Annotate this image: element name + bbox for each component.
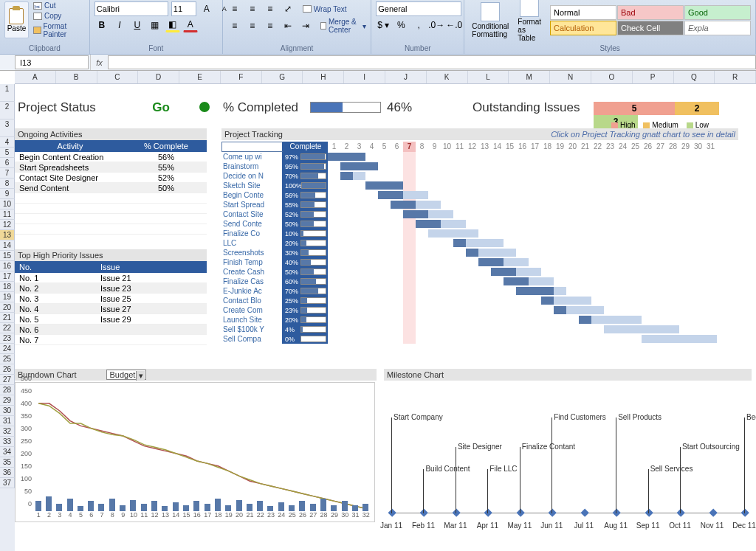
gantt-row[interactable]: Start Spread55% [221, 200, 738, 209]
row-header[interactable]: 33 [0, 437, 15, 447]
row-header[interactable]: 31 [0, 416, 15, 426]
col-header[interactable]: E [179, 71, 221, 83]
fill-color-button[interactable]: ◧ [165, 18, 180, 32]
indent-dec-button[interactable]: ⇤ [281, 18, 295, 33]
row-header[interactable]: 1 [0, 84, 15, 102]
orientation-button[interactable]: ⤢ [281, 1, 295, 16]
indent-inc-button[interactable]: ⇥ [298, 18, 313, 33]
row-header[interactable]: 36 [0, 468, 15, 478]
row-header[interactable]: 25 [0, 354, 15, 364]
row-header[interactable]: 29 [0, 395, 15, 406]
burndown-chart[interactable]: 050100150200250300350400450500 123456789… [15, 382, 375, 522]
gantt-row[interactable]: Contact Site52% [221, 209, 738, 219]
style-normal[interactable]: Normal [550, 5, 616, 20]
col-header[interactable]: B [56, 71, 97, 83]
worksheet[interactable]: ABCDEFGHIJKLMNOPQR 123456789101112131415… [0, 71, 756, 84]
row-header[interactable]: 34 [0, 447, 15, 457]
table-row[interactable]: No. 5Issue 29 [15, 314, 207, 325]
row-header[interactable]: 6 [0, 158, 15, 168]
gantt-row[interactable]: Finish Temp40% [221, 257, 738, 267]
style-good[interactable]: Good [684, 5, 751, 20]
row-header[interactable]: 4 [0, 137, 15, 148]
row-header[interactable]: 9 [0, 189, 15, 199]
row-header[interactable]: 5 [0, 148, 15, 158]
gantt-row[interactable]: Contact Blo25% [221, 296, 738, 305]
milestone-chart[interactable]: Jan 11Feb 11Mar 11Apr 11May 11Jun 11Jul … [384, 381, 752, 534]
row-header[interactable]: 19 [0, 292, 15, 302]
gantt-row[interactable]: Sell Compa0% [221, 334, 738, 344]
row-header[interactable]: 26 [0, 364, 15, 375]
row-header[interactable]: 8 [0, 179, 15, 189]
row-header[interactable]: 18 [0, 282, 15, 292]
table-row[interactable]: Start Spreadsheets55% [15, 162, 207, 173]
paste-button[interactable]: Paste [4, 1, 29, 38]
gantt-row[interactable]: Decide on N70% [221, 171, 738, 181]
gantt-row[interactable]: E-Junkie Ac70% [221, 286, 738, 296]
name-box[interactable]: I13 [15, 55, 89, 69]
row-header[interactable]: 27 [0, 375, 15, 385]
col-header[interactable]: Q [674, 71, 715, 83]
underline-button[interactable]: U [130, 18, 145, 32]
font-size-input[interactable] [171, 1, 196, 16]
wrap-text-button[interactable]: Wrap Text [303, 5, 347, 13]
row-header[interactable]: 35 [0, 457, 15, 468]
merge-center-button[interactable]: Merge & Center ▾ [320, 18, 366, 34]
style-bad[interactable]: Bad [617, 5, 684, 20]
row-header[interactable]: 3 [0, 119, 15, 137]
col-header[interactable]: D [138, 71, 179, 83]
burndown-dropdown[interactable]: Budget▾ [106, 370, 147, 380]
table-row[interactable]: Send Content50% [15, 183, 207, 193]
copy-button[interactable]: Copy [33, 12, 85, 20]
row-header[interactable]: 37 [0, 478, 15, 488]
row-header[interactable]: 20 [0, 302, 15, 313]
comma-button[interactable]: , [411, 18, 426, 32]
gantt-row[interactable]: Launch Site20% [221, 315, 738, 325]
border-button[interactable]: ▦ [148, 18, 162, 32]
table-row[interactable]: No. 7 [15, 335, 207, 345]
inc-decimal-button[interactable]: .0→ [429, 18, 444, 32]
gantt-row[interactable]: Create Cash50% [221, 267, 738, 277]
col-header[interactable]: M [509, 71, 550, 83]
row-header[interactable]: 13 [0, 230, 15, 240]
align-right-button[interactable]: ≡ [263, 18, 278, 33]
gantt-row[interactable]: Come up wi97% [221, 152, 738, 162]
row-header[interactable]: 10 [0, 199, 15, 209]
col-header[interactable]: P [633, 71, 674, 83]
align-top-button[interactable]: ≡ [227, 1, 242, 16]
row-header[interactable]: 14 [0, 240, 15, 251]
row-header[interactable]: 22 [0, 323, 15, 333]
row-header[interactable]: 24 [0, 344, 15, 354]
bold-button[interactable]: B [94, 18, 109, 32]
align-bottom-button[interactable]: ≡ [263, 1, 278, 16]
percent-button[interactable]: % [394, 18, 408, 32]
row-header[interactable]: 21 [0, 313, 15, 323]
font-name-input[interactable] [94, 1, 168, 16]
col-header[interactable]: R [715, 71, 756, 83]
col-header[interactable]: G [262, 71, 303, 83]
table-row[interactable]: No. 1Issue 21 [15, 273, 207, 283]
gantt-row[interactable]: Create Com23% [221, 305, 738, 315]
col-header[interactable]: L [468, 71, 509, 83]
table-row[interactable]: No. 2Issue 23 [15, 283, 207, 294]
align-center-button[interactable]: ≡ [245, 18, 260, 33]
col-header[interactable]: O [591, 71, 633, 83]
row-header[interactable]: 32 [0, 426, 15, 437]
cut-button[interactable]: ✂Cut [33, 1, 85, 10]
row-header[interactable]: 15 [0, 251, 15, 261]
format-painter-button[interactable]: Format Painter [33, 22, 85, 38]
gantt-row[interactable]: Finalize Co10% [221, 229, 738, 238]
currency-button[interactable]: $ ▾ [376, 18, 391, 32]
table-row[interactable]: No. 6 [15, 325, 207, 335]
conditional-formatting-button[interactable]: Conditional Formatting [469, 1, 512, 40]
fx-icon[interactable]: fx [90, 55, 108, 70]
gantt-row[interactable]: Send Conte50% [221, 219, 738, 229]
grow-font-button[interactable]: A [199, 1, 214, 16]
italic-button[interactable]: I [112, 18, 127, 32]
gantt-row[interactable]: Finalize Cas60% [221, 277, 738, 286]
row-header[interactable]: 7 [0, 168, 15, 179]
row-header[interactable]: 23 [0, 333, 15, 344]
gantt-row[interactable]: LLC20% [221, 238, 738, 248]
formula-input[interactable] [108, 55, 756, 69]
col-header[interactable]: F [221, 71, 262, 83]
number-format-input[interactable] [376, 1, 461, 16]
